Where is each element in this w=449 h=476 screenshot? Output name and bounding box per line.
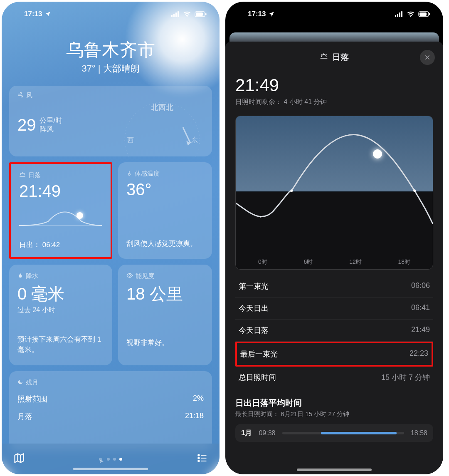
compass-w: 西	[127, 136, 134, 144]
sunset-icon	[19, 171, 26, 179]
row-label: 今天日出	[239, 303, 269, 313]
month-label: 1月	[241, 428, 252, 438]
moonset-value: 21:18	[185, 412, 204, 421]
x-axis-ticks: 0时 6时 12时 18时	[236, 258, 433, 266]
location-arrow-icon: ➤	[99, 458, 102, 461]
vis-label: 能见度	[136, 272, 154, 280]
svg-point-17	[198, 457, 199, 459]
svg-point-18	[198, 460, 199, 461]
svg-rect-29	[429, 13, 430, 15]
svg-rect-24	[399, 12, 400, 17]
row-last-light[interactable]: 最后一束光 22:23	[235, 342, 433, 367]
sun-marker-icon	[373, 149, 382, 159]
wind-gust-label: 阵风	[39, 125, 63, 134]
average-title: 日出日落平均时间	[235, 397, 433, 409]
row-label: 最后一束光	[240, 349, 278, 359]
row-label: 总日照时间	[239, 372, 276, 382]
svg-rect-6	[196, 12, 203, 16]
precip-card[interactable]: 降水 0 毫米 过去 24 小时 预计接下来周六会有不到 1 毫米。	[9, 265, 112, 365]
feels-label: 体感温度	[135, 170, 160, 178]
precip-value: 0 毫米	[17, 283, 104, 305]
moon-illum-label: 照射范围	[17, 394, 47, 404]
visibility-card[interactable]: 能见度 18 公里 视野非常好。	[118, 265, 212, 365]
location-header[interactable]: 乌鲁木齐市 37° | 大部晴朗	[2, 38, 220, 75]
svg-point-35	[290, 189, 293, 192]
page-dots[interactable]: ➤	[99, 458, 122, 461]
compass-e: 东	[191, 136, 198, 144]
detail-sunset-time: 21:49	[235, 75, 433, 95]
row-label: 今天日落	[239, 325, 269, 335]
vis-desc: 视野非常好。	[126, 338, 204, 348]
feels-like-card[interactable]: 体感温度 36° 刮风使人感觉更凉爽。	[118, 162, 212, 259]
row-value: 06:06	[411, 281, 430, 291]
battery-icon	[195, 11, 207, 17]
eye-icon	[126, 272, 133, 280]
month-january-row[interactable]: 1月 09:38 18:58	[235, 424, 433, 442]
wifi-icon	[407, 11, 415, 17]
row-total-daylight[interactable]: 总日照时间 15 小时 7 分钟	[235, 367, 433, 388]
month-sunset: 18:58	[411, 429, 427, 437]
compass-nnw: 北西北	[150, 103, 174, 112]
svg-line-11	[20, 174, 21, 174]
moonset-label: 月落	[17, 412, 32, 421]
row-value: 15 小时 7 分钟	[381, 372, 430, 382]
precip-sub: 过去 24 小时	[17, 306, 104, 315]
list-button[interactable]	[196, 452, 208, 466]
svg-rect-28	[419, 12, 427, 16]
svg-rect-1	[173, 14, 175, 17]
location-arrow-icon	[268, 11, 275, 17]
tick-6: 6时	[304, 258, 313, 266]
status-bar: 17:13	[225, 2, 443, 27]
sun-path-chart[interactable]: 0时 6时 12时 18时	[235, 116, 433, 270]
status-time: 17:13	[248, 10, 266, 18]
condition-line: 37° | 大部晴朗	[2, 62, 220, 75]
home-indicator[interactable]	[73, 468, 148, 470]
svg-line-33	[326, 55, 327, 55]
sunset-detail-screen: 17:13 日落	[225, 2, 443, 474]
cellular-icon	[171, 11, 180, 17]
status-time: 17:13	[24, 10, 42, 18]
row-label: 第一束光	[239, 281, 269, 291]
detail-sheet: 日落 21:49 日照时间剩余： 4 小时 41 分钟 0时 6时 12时 18	[225, 42, 443, 474]
row-value: 22:23	[410, 349, 428, 359]
svg-rect-2	[175, 12, 177, 17]
feels-desc: 刮风使人感觉更凉爽。	[126, 239, 204, 249]
tick-12: 12时	[349, 258, 362, 266]
home-indicator[interactable]	[297, 469, 372, 471]
wind-compass: 北西北 东 西 南	[121, 98, 204, 156]
average-subtitle: 最长日照时间： 6月21日 15 小时 27 分钟	[235, 410, 433, 418]
tick-0: 0时	[258, 258, 267, 266]
sunset-card[interactable]: 日落 21:49 日出： 06:42	[9, 162, 112, 259]
sunset-time: 21:49	[19, 182, 102, 201]
row-sunset[interactable]: 今天日落 21:49	[235, 320, 433, 342]
wind-speed: 29	[17, 116, 36, 134]
average-section-header: 日出日落平均时间 最长日照时间： 6月21日 15 小时 27 分钟	[235, 397, 433, 418]
wind-label: 风	[26, 92, 32, 99]
row-first-light[interactable]: 第一束光 06:06	[235, 275, 433, 298]
svg-rect-23	[397, 14, 398, 17]
precip-label: 降水	[26, 272, 38, 280]
svg-line-12	[24, 174, 25, 174]
svg-point-15	[129, 275, 131, 276]
svg-point-16	[198, 454, 199, 456]
map-button[interactable]	[13, 452, 25, 466]
sunset-icon	[320, 52, 328, 62]
precip-desc: 预计接下来周六会有不到 1 毫米。	[17, 335, 104, 355]
wind-card[interactable]: 风 29 公里/时 阵风 北西北 东 西 南	[9, 86, 212, 156]
weather-main-screen: 17:13 乌鲁木齐市 37° | 大部晴朗	[2, 2, 220, 474]
close-button[interactable]	[420, 50, 435, 65]
svg-point-26	[410, 16, 411, 17]
thermometer-icon	[126, 170, 132, 177]
droplet-icon	[17, 273, 23, 280]
wind-unit: 公里/时	[39, 116, 63, 125]
wind-icon	[17, 92, 24, 99]
daylight-remaining: 日照时间剩余： 4 小时 41 分钟	[235, 98, 433, 107]
row-sunrise[interactable]: 今天日出 06:41	[235, 298, 433, 320]
moon-card[interactable]: 残月 照射范围 2% 月落 21:18	[9, 371, 212, 450]
feels-value: 36°	[126, 180, 204, 199]
svg-rect-22	[395, 15, 396, 17]
sheet-title: 日落	[332, 52, 349, 63]
sun-events-list: 第一束光 06:06 今天日出 06:41 今天日落 21:49 最后一束光 2…	[235, 275, 433, 388]
sun-path-mini	[19, 205, 102, 234]
svg-point-36	[413, 189, 416, 192]
